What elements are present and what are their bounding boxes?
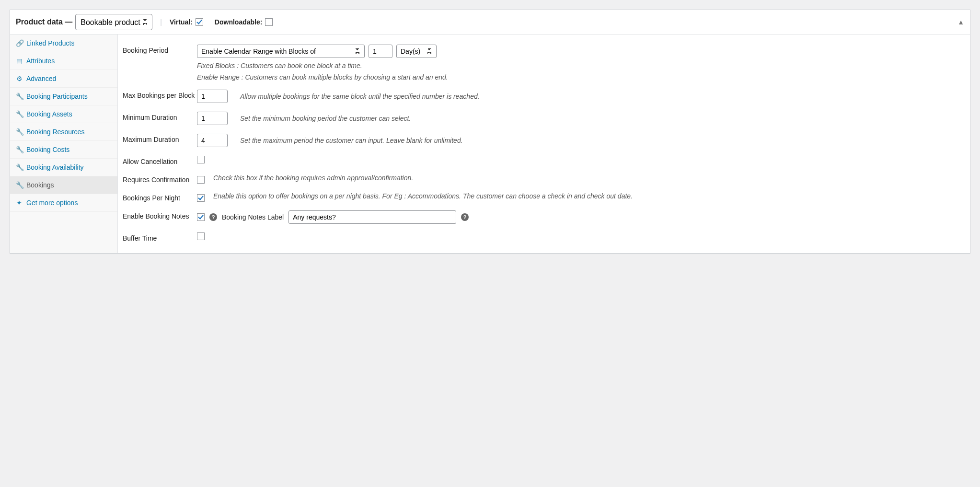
help-icon[interactable]: ? xyxy=(461,213,469,221)
bookings-settings: Booking Period Enable Calendar Range wit… xyxy=(118,35,970,253)
gear-icon: ⚙ xyxy=(16,75,23,82)
field-booking-period: Booking Period Enable Calendar Range wit… xyxy=(123,40,965,85)
max-duration-label: Maximum Duration xyxy=(123,134,197,143)
sidebar-item: 🔧Booking Availability xyxy=(10,159,117,176)
bookings-per-night-help: Enable this option to offer bookings on … xyxy=(213,192,965,200)
sidebar-link-advanced[interactable]: ⚙Advanced xyxy=(10,70,117,87)
wrench-icon: 🔧 xyxy=(16,93,23,100)
help-icon[interactable]: ? xyxy=(209,213,217,221)
booking-period-label: Booking Period xyxy=(123,45,197,54)
attributes-icon: ▤ xyxy=(16,57,23,65)
allow-cancellation-label: Allow Cancellation xyxy=(123,156,197,165)
sidebar-item-label: Booking Assets xyxy=(26,110,72,118)
sidebar-link-linked-products[interactable]: 🔗Linked Products xyxy=(10,35,117,52)
wrench-icon: 🔧 xyxy=(16,110,23,118)
field-buffer-time: Buffer Time xyxy=(123,228,965,246)
booking-period-help-2: Enable Range : Customers can book multip… xyxy=(197,73,965,81)
min-duration-input[interactable] xyxy=(197,112,228,125)
separator: | xyxy=(160,18,162,26)
sparkle-icon: ✦ xyxy=(16,199,23,207)
link-icon: 🔗 xyxy=(16,39,23,47)
downloadable-checkbox[interactable] xyxy=(265,18,273,26)
sidebar-item: 🔧Booking Costs xyxy=(10,141,117,159)
sidebar-link-booking-participants[interactable]: 🔧Booking Participants xyxy=(10,88,117,105)
booking-period-unit-select[interactable]: Day(s) xyxy=(396,45,437,58)
virtual-checkbox[interactable] xyxy=(196,18,203,26)
field-requires-confirmation: Requires Confirmation Check this box if … xyxy=(123,170,965,188)
buffer-time-label: Buffer Time xyxy=(123,232,197,242)
max-bookings-label: Max Bookings per Block xyxy=(123,90,197,99)
allow-cancellation-checkbox[interactable] xyxy=(197,156,205,163)
panel-body: 🔗Linked Products▤Attributes⚙Advanced🔧Boo… xyxy=(10,35,970,253)
sidebar-item-label: Linked Products xyxy=(26,39,74,47)
field-bookings-per-night: Bookings Per Night Enable this option to… xyxy=(123,188,965,206)
max-duration-help: Set the maximum period the customer can … xyxy=(240,137,463,144)
downloadable-label: Downloadable: xyxy=(215,18,263,26)
field-max-duration: Maximum Duration Set the maximum period … xyxy=(123,129,965,151)
sidebar-item-label: Get more options xyxy=(26,199,78,207)
field-allow-cancellation: Allow Cancellation xyxy=(123,151,965,170)
product-type-select[interactable]: Bookable product xyxy=(75,14,152,30)
sidebar-item-label: Booking Participants xyxy=(26,93,88,100)
collapse-toggle-icon[interactable]: ▲ xyxy=(957,18,964,26)
sidebar-item: ▤Attributes xyxy=(10,52,117,70)
booking-notes-sublabel: Booking Notes Label xyxy=(222,213,284,221)
requires-confirmation-checkbox[interactable] xyxy=(197,176,205,184)
wrench-icon: 🔧 xyxy=(16,146,23,153)
sidebar-item: ⚙Advanced xyxy=(10,70,117,88)
enable-booking-notes-label: Enable Booking Notes xyxy=(123,210,197,220)
booking-notes-label-input[interactable] xyxy=(288,210,456,224)
booking-period-range-select[interactable]: Enable Calendar Range with Blocks of xyxy=(197,45,365,58)
sidebar-link-booking-assets[interactable]: 🔧Booking Assets xyxy=(10,105,117,123)
max-bookings-help: Allow multiple bookings for the same blo… xyxy=(240,93,480,100)
sidebar-item: 🔧Booking Resources xyxy=(10,123,117,141)
requires-confirmation-help: Check this box if the booking requires a… xyxy=(213,174,965,182)
sidebar-link-booking-resources[interactable]: 🔧Booking Resources xyxy=(10,123,117,140)
sidebar-link-booking-costs[interactable]: 🔧Booking Costs xyxy=(10,141,117,158)
panel-header: Product data — Bookable product | Virtua… xyxy=(10,10,970,35)
field-min-duration: Minimum Duration Set the minimum booking… xyxy=(123,107,965,129)
sidebar-link-booking-availability[interactable]: 🔧Booking Availability xyxy=(10,159,117,176)
bookings-per-night-checkbox[interactable] xyxy=(197,194,205,202)
field-max-bookings: Max Bookings per Block Allow multiple bo… xyxy=(123,85,965,107)
sidebar-item-label: Advanced xyxy=(26,75,56,82)
sidebar-item: ✦Get more options xyxy=(10,194,117,212)
panel-title: Product data — xyxy=(16,18,72,26)
downloadable-option: Downloadable: xyxy=(215,18,273,26)
buffer-time-checkbox[interactable] xyxy=(197,232,205,240)
sidebar-item-label: Attributes xyxy=(26,57,55,65)
wrench-icon: 🔧 xyxy=(16,181,23,189)
booking-period-block-input[interactable] xyxy=(369,45,392,58)
enable-booking-notes-checkbox[interactable] xyxy=(197,213,205,221)
sidebar-link-bookings[interactable]: 🔧Bookings xyxy=(10,176,117,194)
min-duration-help: Set the minimum booking period the custo… xyxy=(240,115,411,122)
min-duration-label: Minimum Duration xyxy=(123,112,197,121)
product-data-panel: Product data — Bookable product | Virtua… xyxy=(10,10,970,254)
sidebar-item: 🔧Bookings xyxy=(10,176,117,194)
product-data-tabs: 🔗Linked Products▤Attributes⚙Advanced🔧Boo… xyxy=(10,35,118,253)
sidebar-link-get-more-options[interactable]: ✦Get more options xyxy=(10,194,117,211)
field-enable-booking-notes: Enable Booking Notes ? Booking Notes Lab… xyxy=(123,206,965,228)
sidebar-item-label: Booking Resources xyxy=(26,128,84,136)
virtual-option: Virtual: xyxy=(170,18,203,26)
virtual-label: Virtual: xyxy=(170,18,193,26)
sidebar-link-attributes[interactable]: ▤Attributes xyxy=(10,52,117,70)
wrench-icon: 🔧 xyxy=(16,128,23,136)
max-bookings-input[interactable] xyxy=(197,90,228,103)
sidebar-item: 🔧Booking Assets xyxy=(10,105,117,123)
bookings-per-night-label: Bookings Per Night xyxy=(123,192,197,202)
requires-confirmation-label: Requires Confirmation xyxy=(123,174,197,184)
sidebar-item-label: Bookings xyxy=(26,181,54,189)
wrench-icon: 🔧 xyxy=(16,163,23,171)
sidebar-item-label: Booking Costs xyxy=(26,146,69,153)
sidebar-item-label: Booking Availability xyxy=(26,163,84,171)
max-duration-input[interactable] xyxy=(197,134,228,147)
sidebar-item: 🔗Linked Products xyxy=(10,35,117,52)
booking-period-help-1: Fixed Blocks : Customers can book one bl… xyxy=(197,62,965,70)
sidebar-item: 🔧Booking Participants xyxy=(10,88,117,105)
